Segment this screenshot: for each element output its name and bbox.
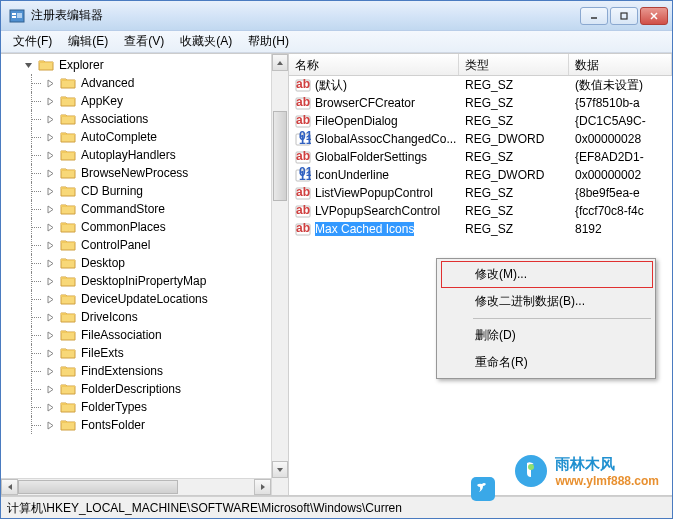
tree-expand-icon[interactable] <box>43 346 57 360</box>
list-row[interactable]: abMax Cached IconsREG_SZ8192 <box>289 220 672 238</box>
tree-node[interactable]: Desktop <box>19 254 288 272</box>
tree-node[interactable]: AutoplayHandlers <box>19 146 288 164</box>
tree-label: DesktopIniPropertyMap <box>79 274 208 288</box>
tree-label: AutoplayHandlers <box>79 148 178 162</box>
svg-text:110: 110 <box>299 133 311 147</box>
ctx-rename[interactable]: 重命名(R) <box>441 349 653 376</box>
tree-expand-icon[interactable] <box>43 202 57 216</box>
svg-text:ab: ab <box>296 95 310 109</box>
svg-marker-25 <box>48 368 53 375</box>
list-row[interactable]: abBrowserCFCreatorREG_SZ{57f8510b-a <box>289 94 672 112</box>
menu-edit[interactable]: 编辑(E) <box>60 31 116 52</box>
column-header-type[interactable]: 类型 <box>459 54 569 75</box>
svg-marker-24 <box>48 350 53 357</box>
tree-panel[interactable]: ExplorerAdvancedAppKeyAssociationsAutoCo… <box>1 54 289 495</box>
tree-expand-icon[interactable] <box>43 94 57 108</box>
tree-expand-icon[interactable] <box>43 274 57 288</box>
svg-marker-13 <box>48 152 53 159</box>
tree-expand-icon[interactable] <box>43 418 57 432</box>
list-row[interactable]: ab(默认)REG_SZ(数值未设置) <box>289 76 672 94</box>
tree-expand-icon[interactable] <box>43 310 57 324</box>
tree-expand-icon[interactable] <box>43 400 57 414</box>
tree-node[interactable]: DriveIcons <box>19 308 288 326</box>
value-name: (默认) <box>315 77 347 94</box>
tree-expand-icon[interactable] <box>43 328 57 342</box>
tree-node[interactable]: AppKey <box>19 92 288 110</box>
tree-node[interactable]: Associations <box>19 110 288 128</box>
value-type: REG_SZ <box>459 96 569 110</box>
tree-expand-icon[interactable] <box>43 238 57 252</box>
tree-node-root[interactable]: Explorer <box>1 56 288 74</box>
ctx-delete[interactable]: 删除(D) <box>441 322 653 349</box>
close-button[interactable] <box>640 7 668 25</box>
scroll-right-button[interactable] <box>254 479 271 495</box>
list-row[interactable]: abLVPopupSearchControlREG_SZ{fccf70c8-f4… <box>289 202 672 220</box>
svg-marker-17 <box>48 224 53 231</box>
folder-icon <box>60 184 76 198</box>
tree-node[interactable]: ControlPanel <box>19 236 288 254</box>
tree-node[interactable]: CD Burning <box>19 182 288 200</box>
tree-expand-icon[interactable] <box>43 130 57 144</box>
tree-node[interactable]: CommonPlaces <box>19 218 288 236</box>
list-row[interactable]: abGlobalFolderSettingsREG_SZ{EF8AD2D1- <box>289 148 672 166</box>
minimize-button[interactable] <box>580 7 608 25</box>
tree-expand-icon[interactable] <box>43 184 57 198</box>
menu-help[interactable]: 帮助(H) <box>240 31 297 52</box>
scroll-up-button[interactable] <box>272 54 288 71</box>
scroll-down-button[interactable] <box>272 461 288 478</box>
tree-node[interactable]: FontsFolder <box>19 416 288 434</box>
tree-node[interactable]: FolderTypes <box>19 398 288 416</box>
column-header-name[interactable]: 名称 <box>289 54 459 75</box>
tree-node[interactable]: DesktopIniPropertyMap <box>19 272 288 290</box>
tree-node[interactable]: FindExtensions <box>19 362 288 380</box>
reg-sz-icon: ab <box>295 221 311 237</box>
svg-text:ab: ab <box>296 203 310 217</box>
tree-node[interactable]: BrowseNewProcess <box>19 164 288 182</box>
tree-expand-icon[interactable] <box>43 166 57 180</box>
list-row[interactable]: 011110GlobalAssocChangedCo...REG_DWORD0x… <box>289 130 672 148</box>
folder-icon <box>60 364 76 378</box>
tree-expand-icon[interactable] <box>43 382 57 396</box>
folder-icon <box>60 148 76 162</box>
titlebar[interactable]: 注册表编辑器 <box>1 1 672 31</box>
list-row[interactable]: 011110IconUnderlineREG_DWORD0x00000002 <box>289 166 672 184</box>
scroll-left-button[interactable] <box>1 479 18 495</box>
tree-node[interactable]: FolderDescriptions <box>19 380 288 398</box>
menu-view[interactable]: 查看(V) <box>116 31 172 52</box>
tree-collapse-icon[interactable] <box>21 58 35 72</box>
tree-label: AppKey <box>79 94 125 108</box>
column-header-data[interactable]: 数据 <box>569 54 672 75</box>
svg-marker-14 <box>48 170 53 177</box>
menu-favorites[interactable]: 收藏夹(A) <box>172 31 240 52</box>
tree-node[interactable]: AutoComplete <box>19 128 288 146</box>
value-data: 0x00000002 <box>569 168 672 182</box>
tree-expand-icon[interactable] <box>43 292 57 306</box>
tree-node[interactable]: FileExts <box>19 344 288 362</box>
tree-node[interactable]: CommandStore <box>19 200 288 218</box>
scroll-thumb-h[interactable] <box>18 480 178 494</box>
tree-scrollbar-v[interactable] <box>271 54 288 495</box>
ctx-modify[interactable]: 修改(M)... <box>441 261 653 288</box>
maximize-button[interactable] <box>610 7 638 25</box>
watermark-bird-icon <box>469 475 497 503</box>
reg-sz-icon: ab <box>295 185 311 201</box>
scroll-thumb[interactable] <box>273 111 287 201</box>
tree-scrollbar-h[interactable] <box>1 478 271 495</box>
tree-expand-icon[interactable] <box>43 148 57 162</box>
tree-label: CommonPlaces <box>79 220 168 234</box>
tree-expand-icon[interactable] <box>43 112 57 126</box>
tree-node[interactable]: Advanced <box>19 74 288 92</box>
tree-expand-icon[interactable] <box>43 364 57 378</box>
tree-expand-icon[interactable] <box>43 76 57 90</box>
tree-node[interactable]: FileAssociation <box>19 326 288 344</box>
list-row[interactable]: abListViewPopupControlREG_SZ{8be9f5ea-e <box>289 184 672 202</box>
list-row[interactable]: abFileOpenDialogREG_SZ{DC1C5A9C- <box>289 112 672 130</box>
tree-node[interactable]: DeviceUpdateLocations <box>19 290 288 308</box>
tree-label: FolderTypes <box>79 400 149 414</box>
svg-text:ab: ab <box>296 149 310 163</box>
tree-expand-icon[interactable] <box>43 220 57 234</box>
ctx-modify-binary[interactable]: 修改二进制数据(B)... <box>441 288 653 315</box>
tree-expand-icon[interactable] <box>43 256 57 270</box>
menu-file[interactable]: 文件(F) <box>5 31 60 52</box>
app-icon <box>9 8 25 24</box>
